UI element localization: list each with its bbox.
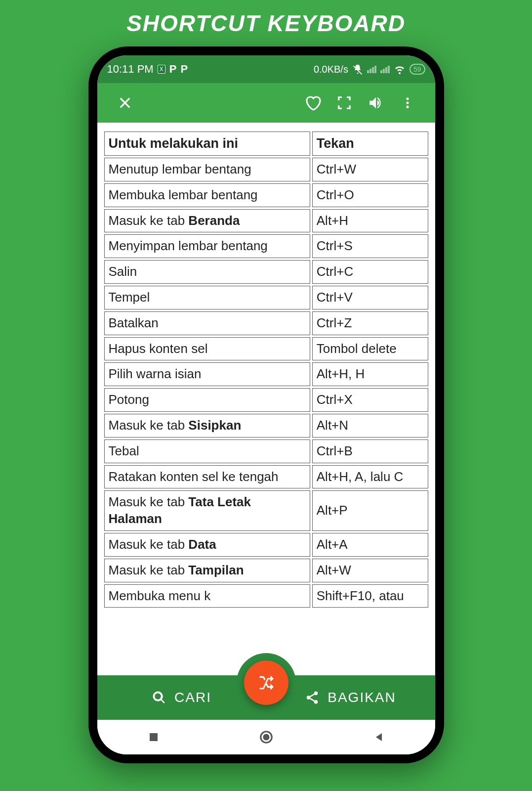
- action-cell: Membuka menu k: [104, 584, 310, 608]
- shuffle-icon: [256, 673, 276, 693]
- fullscreen-icon: [337, 95, 352, 110]
- fab-container: [237, 653, 296, 712]
- header-key: Tekan: [312, 132, 428, 156]
- table-row: Hapus konten selTombol delete: [104, 337, 428, 361]
- key-cell: Alt+P: [312, 490, 428, 531]
- table-row: SalinCtrl+C: [104, 260, 428, 284]
- square-icon: [148, 731, 160, 743]
- back-button[interactable]: [369, 727, 389, 747]
- signal-icon: [380, 66, 390, 73]
- signal-icon: [367, 66, 376, 73]
- search-icon: [152, 690, 166, 705]
- table-row: Masuk ke tab BerandaAlt+H: [104, 209, 428, 233]
- key-cell: Alt+N: [312, 414, 428, 438]
- table-row: Masuk ke tab TampilanAlt+W: [104, 559, 428, 582]
- action-cell: Tempel: [104, 286, 310, 309]
- key-cell: Alt+H, A, lalu C: [312, 465, 428, 489]
- action-cell: Ratakan konten sel ke tengah: [104, 465, 310, 489]
- table-row: Menutup lembar bentangCtrl+W: [104, 158, 428, 181]
- sound-button[interactable]: [360, 87, 392, 119]
- action-cell: Membuka lembar bentang: [104, 183, 310, 207]
- shortcut-table: Untuk melakukan iniTekanMenutup lembar b…: [102, 130, 430, 610]
- key-cell: Ctrl+O: [312, 183, 428, 207]
- table-row: BatalkanCtrl+Z: [104, 311, 428, 335]
- key-cell: Alt+W: [312, 559, 428, 582]
- excel-badge-icon: X: [158, 65, 165, 74]
- table-row: Menyimpan lembar bentangCtrl+S: [104, 234, 428, 258]
- table-row: TempelCtrl+V: [104, 286, 428, 309]
- phone-frame: 10:11 PM X P P 0.0KB/s 59: [88, 46, 444, 763]
- close-button[interactable]: [109, 87, 141, 119]
- svg-point-3: [314, 692, 318, 696]
- action-cell: Tebal: [104, 439, 310, 463]
- action-cell: Potong: [104, 388, 310, 412]
- status-bar: 10:11 PM X P P 0.0KB/s 59: [97, 55, 435, 83]
- p-icon: P: [169, 63, 177, 76]
- key-cell: Alt+A: [312, 533, 428, 557]
- action-cell: Masuk ke tab Tampilan: [104, 559, 310, 582]
- key-cell: Tombol delete: [312, 337, 428, 361]
- battery-icon: 59: [409, 64, 425, 75]
- table-row: Masuk ke tab Tata Letak HalamanAlt+P: [104, 490, 428, 531]
- table-row: Pilih warna isianAlt+H, H: [104, 362, 428, 386]
- action-cell: Pilih warna isian: [104, 362, 310, 386]
- key-cell: Ctrl+W: [312, 158, 428, 181]
- svg-point-5: [314, 700, 318, 704]
- table-row: TebalCtrl+B: [104, 439, 428, 463]
- table-row: Masuk ke tab DataAlt+A: [104, 533, 428, 557]
- android-nav-bar: [97, 720, 435, 754]
- table-row: Masuk ke tab SisipkanAlt+N: [104, 414, 428, 438]
- p-icon: P: [180, 63, 188, 76]
- svg-point-0: [406, 97, 409, 100]
- phone-screen: 10:11 PM X P P 0.0KB/s 59: [97, 55, 435, 754]
- svg-point-2: [406, 106, 409, 108]
- svg-point-4: [307, 696, 311, 700]
- key-cell: Alt+H: [312, 209, 428, 233]
- svg-point-1: [406, 101, 409, 104]
- key-cell: Shift+F10, atau: [312, 584, 428, 608]
- circle-icon: [259, 730, 274, 745]
- svg-rect-6: [150, 733, 158, 741]
- heart-icon: [304, 94, 322, 112]
- page-title: SHORTCUT KEYBOARD: [126, 10, 406, 37]
- favorite-button[interactable]: [297, 87, 328, 119]
- key-cell: Alt+H, H: [312, 362, 428, 386]
- search-label: CARI: [174, 690, 211, 705]
- key-cell: Ctrl+C: [312, 260, 428, 284]
- key-cell: Ctrl+X: [312, 388, 428, 412]
- home-button[interactable]: [256, 727, 276, 747]
- table-row: Ratakan konten sel ke tengahAlt+H, A, la…: [104, 465, 428, 489]
- svg-point-8: [264, 735, 269, 740]
- speaker-icon: [368, 94, 384, 111]
- triangle-back-icon: [373, 731, 385, 743]
- table-header-row: Untuk melakukan iniTekan: [104, 132, 428, 156]
- recent-apps-button[interactable]: [144, 727, 164, 747]
- action-cell: Masuk ke tab Sisipkan: [104, 414, 310, 438]
- action-cell: Masuk ke tab Tata Letak Halaman: [104, 490, 310, 531]
- close-icon: [117, 95, 133, 111]
- mute-icon: [352, 64, 363, 75]
- table-row: Membuka menu kShift+F10, atau: [104, 584, 428, 608]
- action-cell: Masuk ke tab Beranda: [104, 209, 310, 233]
- status-time: 10:11 PM: [107, 63, 154, 76]
- app-bar: [97, 83, 435, 123]
- key-cell: Ctrl+S: [312, 234, 428, 258]
- net-speed: 0.0KB/s: [314, 64, 348, 75]
- table-row: Membuka lembar bentangCtrl+O: [104, 183, 428, 207]
- action-cell: Masuk ke tab Data: [104, 533, 310, 557]
- action-cell: Salin: [104, 260, 310, 284]
- more-vert-icon: [401, 96, 414, 110]
- key-cell: Ctrl+Z: [312, 311, 428, 335]
- more-button[interactable]: [392, 87, 423, 119]
- action-cell: Hapus konten sel: [104, 337, 310, 361]
- action-cell: Menutup lembar bentang: [104, 158, 310, 181]
- share-label: BAGIKAN: [327, 690, 396, 705]
- shuffle-fab[interactable]: [244, 660, 288, 705]
- action-cell: Menyimpan lembar bentang: [104, 234, 310, 258]
- action-cell: Batalkan: [104, 311, 310, 335]
- fullscreen-button[interactable]: [328, 87, 360, 119]
- wifi-icon: [394, 63, 406, 75]
- key-cell: Ctrl+B: [312, 439, 428, 463]
- key-cell: Ctrl+V: [312, 286, 428, 309]
- table-row: PotongCtrl+X: [104, 388, 428, 412]
